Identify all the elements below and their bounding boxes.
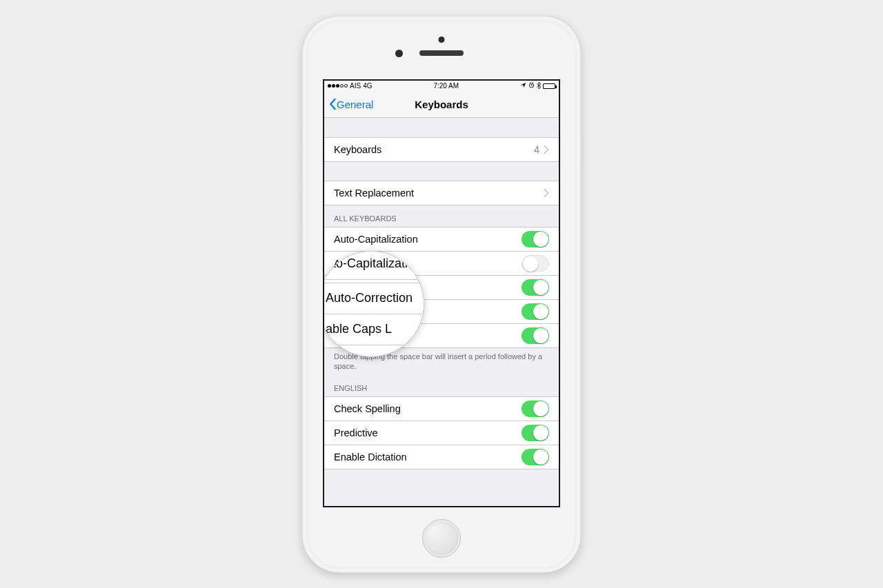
period-shortcut-toggle[interactable]	[522, 327, 549, 344]
battery-icon	[543, 83, 555, 89]
text-replacement-row[interactable]: Text Replacement	[324, 181, 559, 205]
status-bar: AIS 4G 7:20 AM	[324, 81, 559, 92]
magnifier-label-middle: Auto-Correction	[326, 291, 417, 305]
svg-line-4	[533, 82, 533, 83]
volume-down-button	[299, 190, 302, 221]
clock-label: 7:20 AM	[433, 82, 459, 90]
keyboards-count: 4	[534, 144, 539, 155]
iphone-device-frame: AIS 4G 7:20 AM	[302, 16, 581, 573]
predictive-row: Predictive	[324, 420, 559, 445]
check-spelling-row: Check Spelling	[324, 396, 559, 421]
keyboards-label: Keyboards	[334, 144, 534, 155]
auto-capitalization-toggle[interactable]	[522, 231, 549, 247]
navigation-bar: General Keyboards	[324, 92, 559, 118]
chevron-right-icon	[544, 145, 549, 154]
auto-capitalization-row: Auto-Capitalization	[324, 227, 559, 252]
text-replacement-label: Text Replacement	[334, 187, 544, 199]
home-button[interactable]	[422, 519, 461, 558]
check-spelling-toggle[interactable]	[522, 401, 549, 417]
power-button	[581, 133, 584, 165]
keyboards-row[interactable]: Keyboards 4	[324, 137, 559, 162]
volume-up-button	[299, 152, 302, 184]
alarm-icon	[528, 82, 535, 90]
section-header-english: ENGLISH	[324, 374, 559, 396]
predictive-toggle[interactable]	[522, 425, 549, 441]
magnifier-label-bottom: able Caps L	[326, 322, 417, 336]
carrier-label: AIS	[350, 82, 361, 90]
magnifier-row: able Caps L	[323, 314, 424, 345]
proximity-sensor	[439, 37, 445, 43]
check-spelling-label: Check Spelling	[334, 403, 522, 414]
signal-strength-icon	[328, 84, 348, 88]
magnifier-row: Auto-Correction	[323, 283, 424, 314]
enable-dictation-label: Enable Dictation	[334, 452, 522, 463]
auto-capitalization-label: Auto-Capitalization	[334, 234, 522, 245]
enable-dictation-row: Enable Dictation	[324, 445, 559, 469]
bluetooth-icon	[537, 82, 541, 90]
section-header-all-keyboards: ALL KEYBOARDS	[324, 205, 559, 227]
screen: AIS 4G 7:20 AM	[323, 79, 560, 507]
enable-dictation-toggle[interactable]	[522, 449, 549, 465]
back-button[interactable]: General	[324, 98, 373, 110]
front-camera	[395, 50, 403, 57]
predictive-label: Predictive	[334, 427, 522, 438]
svg-line-3	[530, 82, 530, 83]
magnifier-overlay: uto-Capitalization Auto-Correction able …	[323, 252, 424, 356]
character-preview-toggle[interactable]	[522, 303, 549, 320]
auto-correction-toggle[interactable]	[522, 255, 549, 272]
back-label: General	[337, 99, 373, 110]
network-label: 4G	[363, 82, 372, 90]
location-icon	[520, 82, 526, 90]
enable-caps-lock-toggle[interactable]	[522, 279, 549, 296]
chevron-right-icon	[544, 189, 549, 197]
earpiece-speaker	[419, 50, 464, 56]
mute-switch	[299, 126, 302, 145]
chevron-left-icon	[328, 98, 337, 110]
